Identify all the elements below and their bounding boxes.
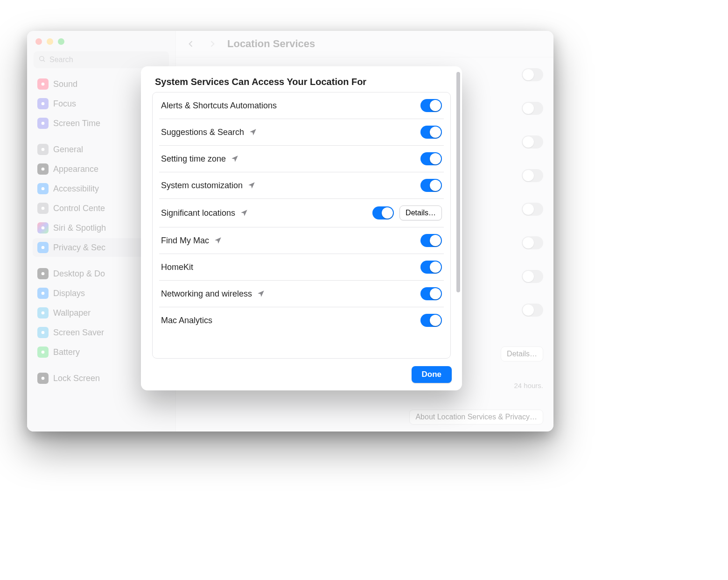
svg-point-2 — [42, 83, 45, 86]
row-significant-locations: Significant locationsDetails… — [159, 198, 444, 227]
bg-toggle-row — [522, 270, 543, 283]
sidebar-item-label: General — [53, 145, 83, 155]
sidebar-item-label: Appearance — [53, 164, 98, 174]
row-toggle[interactable] — [420, 126, 442, 139]
row-label-text: System customization — [161, 181, 243, 191]
bg-toggle-row — [522, 304, 543, 316]
switches-icon — [37, 203, 49, 214]
svg-point-9 — [42, 226, 45, 230]
done-button[interactable]: Done — [412, 366, 452, 383]
row-label: Setting time zone — [161, 154, 239, 164]
row-toggle[interactable] — [420, 234, 442, 247]
row-label: Mac Analytics — [161, 316, 212, 325]
sidebar-item-label: Siri & Spotligh — [53, 223, 106, 233]
bg-toggle-row — [522, 170, 543, 182]
gear-icon — [37, 144, 49, 155]
svg-point-13 — [42, 311, 45, 315]
row-label-text: Networking and wireless — [161, 289, 252, 299]
row-label: System customization — [161, 181, 256, 191]
system-services-sheet: System Services Can Access Your Location… — [141, 66, 462, 390]
hand-icon — [37, 242, 49, 253]
row-label-text: Suggestions & Search — [161, 127, 244, 137]
row-toggle[interactable] — [420, 287, 442, 300]
row-mac-analytics: Mac Analytics — [159, 307, 444, 333]
svg-line-1 — [43, 60, 45, 62]
accessibility-icon — [37, 183, 49, 194]
search-input[interactable]: Search — [34, 51, 169, 68]
speaker-icon — [37, 78, 49, 90]
toolbar: Location Services — [176, 31, 553, 57]
bg-toggle[interactable] — [522, 236, 543, 249]
location-arrow-icon — [240, 209, 248, 217]
sheet-title: System Services Can Access Your Location… — [141, 66, 462, 92]
row-toggle[interactable] — [420, 261, 442, 274]
row-toggle[interactable] — [420, 99, 442, 112]
sidebar-item-label: Lock Screen — [53, 374, 100, 383]
location-arrow-icon — [247, 181, 256, 190]
photo-icon — [37, 327, 49, 338]
location-arrow-icon — [249, 128, 257, 136]
svg-point-7 — [42, 187, 45, 191]
row-label-text: Alerts & Shortcuts Automations — [161, 101, 277, 111]
bg-toggle[interactable] — [522, 304, 543, 317]
svg-point-10 — [42, 246, 45, 249]
bg-toggle[interactable] — [522, 102, 543, 115]
svg-point-16 — [42, 377, 45, 380]
bg-details-button[interactable]: Details… — [501, 347, 543, 361]
lock-icon — [37, 373, 49, 384]
bg-toggle[interactable] — [522, 68, 543, 81]
nav-forward-button[interactable] — [206, 37, 219, 50]
location-arrow-icon — [214, 236, 222, 245]
contrast-icon — [37, 163, 49, 175]
sidebar-item-label: Displays — [53, 289, 85, 298]
search-icon — [38, 55, 46, 64]
row-toggle[interactable] — [372, 206, 394, 219]
bg-toggle[interactable] — [522, 270, 543, 283]
bg-toggle-row — [522, 237, 543, 249]
minimize-window-button[interactable] — [47, 38, 53, 45]
svg-point-14 — [42, 331, 45, 334]
bg-toggle[interactable] — [522, 135, 543, 149]
row-toggle[interactable] — [420, 314, 442, 327]
sidebar-item-label: Screen Time — [53, 119, 100, 128]
svg-point-4 — [42, 122, 45, 125]
search-placeholder: Search — [49, 56, 73, 64]
siri-icon — [37, 222, 49, 233]
bg-toggle[interactable] — [522, 169, 543, 182]
bg-toggle[interactable] — [522, 203, 543, 216]
about-location-privacy-button[interactable]: About Location Services & Privacy… — [409, 410, 543, 424]
window-controls — [27, 31, 175, 50]
moon-icon — [37, 98, 49, 109]
sheet-list: Alerts & Shortcuts AutomationsSuggestion… — [152, 92, 451, 359]
row-label: HomeKit — [161, 262, 193, 272]
svg-point-5 — [42, 148, 45, 151]
row-toggle[interactable] — [420, 152, 442, 165]
row-label-text: Find My Mac — [161, 236, 209, 246]
sidebar-item-label: Desktop & Do — [53, 269, 105, 279]
row-label: Find My Mac — [161, 236, 222, 246]
bg-toggle-row — [522, 203, 543, 215]
svg-point-6 — [42, 168, 45, 171]
bg-toggle-row — [522, 102, 543, 114]
row-label: Significant locations — [161, 208, 248, 218]
page-title: Location Services — [227, 38, 315, 50]
sheet-scrollbar[interactable] — [456, 72, 460, 292]
dock-icon — [37, 268, 49, 279]
svg-point-11 — [42, 272, 45, 276]
close-window-button[interactable] — [35, 38, 42, 45]
sun-icon — [37, 288, 49, 299]
sidebar-item-label: Control Cente — [53, 204, 105, 213]
row-toggle[interactable] — [420, 179, 442, 192]
sidebar-item-label: Screen Saver — [53, 328, 104, 338]
zoom-window-button[interactable] — [58, 38, 64, 45]
battery-icon — [37, 347, 49, 358]
row-details-button[interactable]: Details… — [399, 205, 442, 220]
sidebar-item-label: Accessibility — [53, 184, 99, 194]
sheet-footer: Done — [141, 359, 462, 390]
nav-back-button[interactable] — [184, 37, 197, 50]
row-label-text: Significant locations — [161, 208, 235, 218]
location-arrow-icon — [257, 290, 265, 298]
row-alerts-shortcuts: Alerts & Shortcuts Automations — [159, 92, 444, 119]
row-networking-wireless: Networking and wireless — [159, 280, 444, 307]
row-label: Suggestions & Search — [161, 127, 257, 137]
